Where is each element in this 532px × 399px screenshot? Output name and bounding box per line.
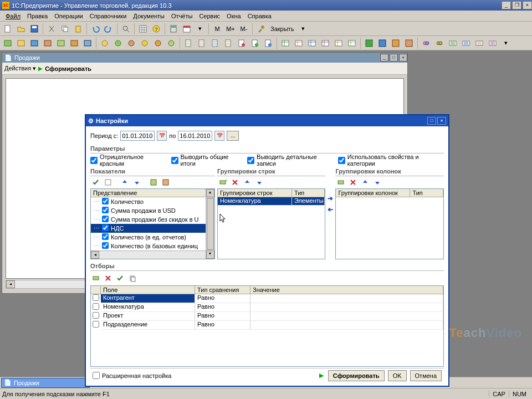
tb-icon[interactable] <box>332 37 345 49</box>
uncheck-all-icon[interactable] <box>103 177 114 188</box>
filter-row[interactable]: НоменклатураРавно <box>91 303 443 312</box>
col-group-down-icon[interactable] <box>372 177 383 188</box>
chk-details[interactable]: Выводить детальные записи <box>247 154 328 167</box>
play-icon[interactable]: ▶ <box>38 65 43 71</box>
tb-icon[interactable] <box>196 37 208 49</box>
open-icon[interactable] <box>15 23 27 35</box>
col-group-up-icon[interactable] <box>360 177 371 188</box>
menu-reports[interactable]: Отчёты <box>168 12 196 21</box>
tb-icon[interactable] <box>42 37 54 49</box>
row-group-down-icon[interactable] <box>254 177 265 188</box>
indicators-hscroll[interactable]: ◂▸ <box>91 250 214 259</box>
close-button[interactable]: × <box>523 1 532 9</box>
tb-icon[interactable] <box>152 37 164 49</box>
find-icon[interactable] <box>120 23 132 35</box>
indicator-row[interactable]: ⋯Количество <box>91 197 214 206</box>
tb-icon[interactable] <box>420 37 432 49</box>
tb-icon[interactable] <box>112 37 124 49</box>
form-button[interactable]: Сформировать <box>328 370 385 381</box>
add-row-group-icon[interactable]: + <box>217 177 228 188</box>
ok-button[interactable]: OK <box>388 370 407 381</box>
new-icon[interactable] <box>2 23 14 35</box>
extended-settings-checkbox[interactable]: Расширенная настройка <box>93 372 171 379</box>
menu-operations[interactable]: Операции <box>51 12 86 21</box>
indicator-row[interactable]: ⋯НДС <box>91 224 214 233</box>
tools-icon[interactable] <box>255 23 267 35</box>
select-icon[interactable] <box>148 177 159 188</box>
menu-documents[interactable]: Документы <box>130 12 168 21</box>
restore-button[interactable]: ❐ <box>512 1 521 9</box>
filter-copy-icon[interactable] <box>127 273 138 284</box>
redo-icon[interactable] <box>103 23 115 35</box>
col-groups-grid[interactable]: Группировки колонок Тип <box>335 188 444 259</box>
m-minus-icon[interactable]: M- <box>238 23 250 35</box>
tb-icon[interactable] <box>487 37 499 49</box>
del-col-group-icon[interactable] <box>347 177 359 188</box>
minimize-button[interactable]: _ <box>502 1 511 9</box>
cut-icon[interactable] <box>45 23 58 35</box>
filters-grid[interactable]: Поле Тип сравнения Значение КонтрагентРа… <box>90 285 444 367</box>
tb-icon[interactable] <box>473 37 485 49</box>
undo-icon[interactable] <box>89 23 101 35</box>
tb-icon[interactable] <box>390 37 402 49</box>
filter-del-icon[interactable] <box>103 273 114 284</box>
del-row-group-icon[interactable] <box>229 177 241 188</box>
filter-add-icon[interactable] <box>90 273 101 284</box>
tb-icon[interactable] <box>403 37 415 49</box>
row-group-up-icon[interactable] <box>242 177 253 188</box>
m-icon[interactable]: M <box>211 23 223 35</box>
add-col-group-icon[interactable] <box>335 177 346 188</box>
tb-icon[interactable] <box>55 37 67 49</box>
m-plus-icon[interactable]: M+ <box>224 23 237 35</box>
help-icon[interactable]: ? <box>150 23 162 35</box>
tb-icon[interactable] <box>279 37 291 49</box>
tb-icon[interactable] <box>376 37 388 49</box>
copy-icon[interactable] <box>59 23 71 35</box>
close-label[interactable]: Закрыть <box>268 25 296 32</box>
chk-totals[interactable]: Выводить общие итоги <box>171 154 238 167</box>
row-groups-grid[interactable]: Группировки строк Тип НоменклатураЭлемен… <box>217 188 326 259</box>
chk-negative-red[interactable]: Отрицательное красным <box>90 154 161 167</box>
tb-icon[interactable] <box>139 37 151 49</box>
calendar-to-icon[interactable]: 📅 <box>214 131 224 141</box>
tb-icon[interactable]: ▾ <box>500 37 512 49</box>
tb-icon[interactable] <box>209 37 221 49</box>
period-ellipsis-button[interactable]: ... <box>227 131 239 141</box>
menu-service[interactable]: Сервис <box>196 12 223 21</box>
indicator-row[interactable]: ⋯Сумма продажи без скидок в U <box>91 215 214 224</box>
dialog-maximize-button[interactable]: □ <box>427 117 436 125</box>
save-icon[interactable] <box>28 23 40 35</box>
tb-icon[interactable] <box>81 37 94 49</box>
tb-icon[interactable] <box>293 37 305 49</box>
tb-icon[interactable] <box>222 37 234 49</box>
tb-icon[interactable] <box>249 37 261 49</box>
indicators-list[interactable]: Представление ⋯Количество⋯Сумма продажи … <box>90 188 215 259</box>
calendar-icon[interactable] <box>181 23 193 35</box>
tb-icon[interactable] <box>15 37 27 49</box>
menu-file[interactable]: Файл <box>2 12 24 21</box>
menu-windows[interactable]: Окна <box>223 12 244 21</box>
clear-icon[interactable] <box>160 177 171 188</box>
tb-icon[interactable] <box>319 37 331 49</box>
row-group-row[interactable]: НоменклатураЭлементы <box>218 197 325 206</box>
move-right-icon[interactable]: ➔ <box>328 195 333 202</box>
dropdown-icon[interactable]: ▾ <box>194 23 206 35</box>
child-form-button[interactable]: Сформировать <box>45 65 91 72</box>
menubar[interactable]: Файл Правка Операции Справочники Докумен… <box>0 11 532 22</box>
check-all-icon[interactable] <box>90 177 101 188</box>
cancel-button[interactable]: Отмена <box>410 370 442 381</box>
tb-icon[interactable] <box>99 37 111 49</box>
tb-icon[interactable] <box>306 37 318 49</box>
indicator-row[interactable]: ⋯Количество (в ед. отчетов) <box>91 233 214 242</box>
menu-help[interactable]: Справка <box>244 12 275 21</box>
tb-icon[interactable] <box>433 37 446 49</box>
child-minimize-button[interactable]: _ <box>380 54 388 62</box>
period-from-input[interactable] <box>120 131 155 141</box>
tb-icon[interactable] <box>236 37 248 49</box>
move-up-icon[interactable] <box>119 177 130 188</box>
menu-edit[interactable]: Правка <box>24 12 51 21</box>
grid-icon[interactable] <box>137 23 149 35</box>
indicator-row[interactable]: ⋯Количество (в базовых единиц <box>91 242 214 250</box>
scroll-left-icon[interactable]: ◂ <box>6 280 15 288</box>
tb-icon[interactable] <box>447 37 459 49</box>
